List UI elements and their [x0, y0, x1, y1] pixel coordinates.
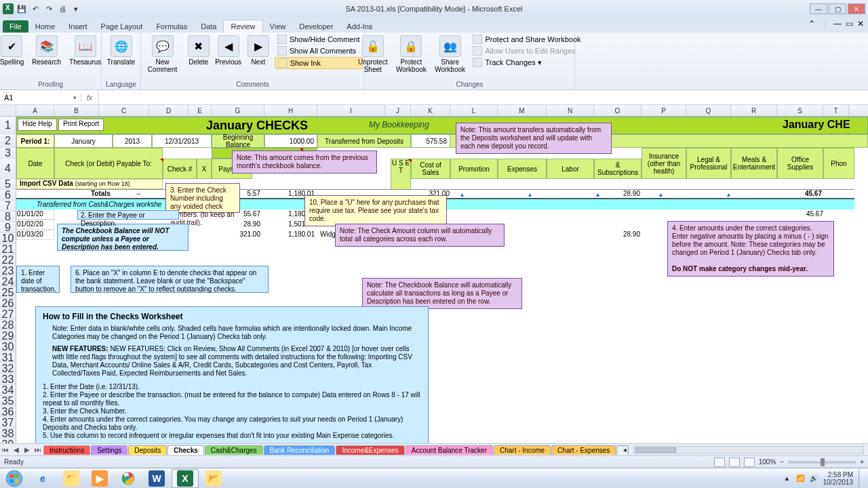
taskbar-excel[interactable]: X [172, 469, 199, 488]
allow-edit-ranges[interactable]: Allow Users to Edit Ranges [470, 45, 583, 56]
sheet-balance[interactable]: Account Balance Tracker [406, 445, 493, 455]
row-36[interactable]: 36 [0, 407, 16, 418]
tab-file[interactable]: File [3, 20, 28, 33]
cell-date-r8[interactable]: 01/01/20 [16, 209, 54, 220]
qat-print[interactable]: 🖨 [57, 3, 68, 14]
sheet-cashcharges[interactable]: Cash&Charges [205, 445, 263, 455]
tray-flag-icon[interactable]: ▲ [784, 474, 791, 482]
sheet-chart-income[interactable]: Chart - Income [494, 445, 551, 455]
minimize-button[interactable]: — [810, 3, 827, 14]
row-25[interactable]: 25 [0, 287, 16, 298]
view-layout-button[interactable] [729, 458, 740, 467]
row-27[interactable]: 27 [0, 309, 16, 320]
col-H[interactable]: H [264, 105, 317, 116]
import-csv-label[interactable]: Import CSV Data (starting on Row 18) [16, 179, 163, 189]
tab-home[interactable]: Home [28, 20, 62, 33]
tray-sound-icon[interactable]: 🔊 [810, 474, 818, 482]
new-comment-button[interactable]: 💬New Comment [142, 34, 182, 75]
row-29[interactable]: 29 [0, 331, 16, 342]
sheet-nav-first[interactable]: ⏮ [0, 446, 11, 453]
tab-review[interactable]: Review [223, 20, 262, 33]
col-K[interactable]: K [411, 105, 450, 116]
col-M[interactable]: M [498, 105, 547, 116]
track-changes[interactable]: Track Changes ▾ [470, 57, 583, 68]
horizontal-scrollbar[interactable] [633, 446, 864, 454]
row-8[interactable]: 8 [0, 211, 16, 222]
row-38[interactable]: 38 [0, 428, 16, 439]
col-A[interactable]: A [16, 105, 54, 116]
show-all-comments[interactable]: Show All Comments [275, 45, 363, 56]
mdi-close-icon[interactable]: ✕ [857, 19, 864, 28]
view-break-button[interactable] [744, 458, 755, 467]
col-J[interactable]: J [385, 105, 411, 116]
taskbar-explorer[interactable]: 📁 [58, 469, 85, 488]
qat-dropdown[interactable]: ▾ [71, 3, 81, 14]
protect-workbook-button[interactable]: 🔒Protect Workbook [393, 34, 430, 75]
zoom-out-button[interactable]: − [780, 458, 784, 466]
col-G[interactable]: G [212, 105, 264, 116]
sheet-nav-last[interactable]: ⏭ [33, 446, 43, 453]
view-normal-button[interactable] [714, 458, 725, 467]
row-2[interactable]: 2 [0, 134, 16, 148]
col-L[interactable]: L [450, 105, 498, 116]
delete-comment-button[interactable]: ✖Delete [185, 34, 212, 67]
col-P[interactable]: P [642, 105, 686, 116]
col-R[interactable]: R [731, 105, 777, 116]
tray-network-icon[interactable]: 📶 [796, 474, 804, 482]
row-28[interactable]: 28 [0, 320, 16, 331]
formula-bar[interactable] [98, 90, 868, 104]
row-6[interactable]: 6 [0, 190, 16, 201]
tab-developer[interactable]: Developer [292, 20, 340, 33]
period-year[interactable]: 2013 [113, 134, 152, 148]
tab-page-layout[interactable]: Page Layout [94, 20, 150, 33]
translate-button[interactable]: 🌐Translate [104, 34, 138, 67]
qat-undo[interactable]: ↶ [30, 3, 41, 14]
row-32[interactable]: 32 [0, 363, 16, 374]
beg-balance-value[interactable]: 1000.00 [264, 134, 317, 148]
period-month[interactable]: January [54, 134, 113, 148]
hide-help-button[interactable]: Hide Help [18, 119, 57, 131]
col-Q[interactable]: Q [686, 105, 731, 116]
col-N[interactable]: N [547, 105, 594, 116]
row-21[interactable]: 21 [0, 244, 16, 255]
tray-time[interactable]: 2:58 PM [823, 471, 854, 479]
sheet-checks[interactable]: Checks [167, 445, 204, 455]
zoom-slider[interactable] [788, 461, 856, 464]
share-workbook-button[interactable]: 👥Share Workbook [433, 34, 468, 75]
sheet-nav-next[interactable]: ▶ [22, 446, 33, 453]
mdi-min-icon[interactable]: — [833, 19, 842, 28]
cell-date-r10[interactable]: 01/03/20 [16, 230, 54, 240]
taskbar-chrome[interactable] [115, 469, 142, 488]
row-1[interactable]: 1 [0, 117, 16, 134]
row-35[interactable]: 35 [0, 396, 16, 407]
start-button[interactable] [0, 468, 28, 489]
spelling-button[interactable]: ✔Spelling [0, 34, 26, 67]
show-ink[interactable]: Show Ink [275, 57, 363, 69]
row-31[interactable]: 31 [0, 352, 16, 363]
select-all-cell[interactable] [0, 105, 16, 116]
tray-date[interactable]: 10/2/2013 [823, 479, 854, 486]
protect-share-workbook[interactable]: Protect and Share Workbook [470, 34, 583, 45]
tab-view[interactable]: View [263, 20, 293, 33]
help-icon[interactable]: ❔ [819, 19, 829, 28]
row-37[interactable]: 37 [0, 418, 16, 428]
next-comment-button[interactable]: ▶Next [245, 34, 272, 67]
name-box[interactable]: A1▾ [0, 94, 81, 102]
row-22[interactable]: 22 [0, 255, 16, 266]
col-B[interactable]: B [54, 105, 99, 116]
row-26[interactable]: 26 [0, 298, 16, 309]
row-9[interactable]: 9 [0, 222, 16, 233]
col-S[interactable]: S [777, 105, 823, 116]
show-desktop-button[interactable] [859, 469, 864, 488]
sheet-bankrecon[interactable]: Bank Reconciliation [264, 445, 336, 455]
fx-icon[interactable]: fx [81, 94, 98, 102]
cell-date-r9[interactable]: 01/02/20 [16, 220, 54, 230]
tab-formulas[interactable]: Formulas [149, 20, 194, 33]
new-sheet-button[interactable]: ✶ [616, 445, 629, 455]
maximize-button[interactable]: ▢ [829, 3, 846, 14]
minimize-ribbon-icon[interactable]: ⌃ [808, 19, 815, 28]
unprotect-sheet-button[interactable]: 🔓Unprotect Sheet [355, 34, 390, 75]
close-button[interactable]: ✕ [848, 3, 865, 14]
tab-addins[interactable]: Add-Ins [340, 20, 379, 33]
row-30[interactable]: 30 [0, 342, 16, 352]
